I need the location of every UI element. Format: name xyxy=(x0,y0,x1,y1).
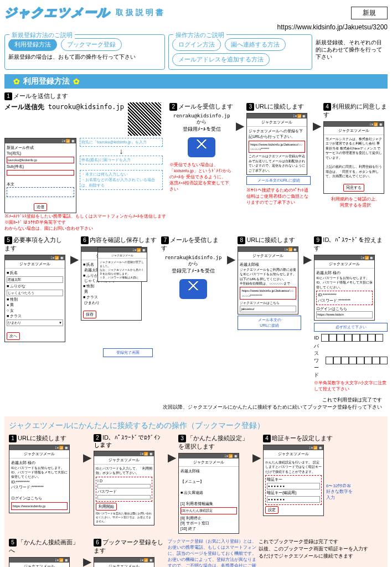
warning: ※園ｺｰﾄﾞ は3ｹﾀの半角英字です わからない場合は、園にお問い合わせ下さい xyxy=(4,219,167,231)
mail-address: touroku@kidsinfo.jp xyxy=(48,103,124,111)
step-5: 5必要事項を入力します ⅰ✕📶 🔲 ジャクエツメール ■ 氏名 若越太郎 ■ ふ… xyxy=(4,236,68,342)
note: から 登録完了ﾒｰﾙを受信 xyxy=(161,260,225,275)
warning: ※ﾒｰﾙｱﾄﾞﾚｽ登録をしたい携帯電話、もしくはスマートフォンからﾒｰﾙを送信し… xyxy=(4,213,167,219)
body-field[interactable] xyxy=(7,187,74,197)
step-title: 利用規約に同意します xyxy=(323,103,387,118)
label: 暗証キー(確認用) xyxy=(267,490,320,496)
qr-code xyxy=(128,102,161,136)
phone-mock: ⅰ✕📶 🔲 ジャクエツメール 当メールシステムは、株式会社ジャクエツが運営できる… xyxy=(323,121,384,194)
menu-item[interactable]: [8] 利用停止 xyxy=(180,516,237,521)
url: https://www.kidsin xyxy=(316,311,373,318)
text: ログインはこちら xyxy=(316,306,373,312)
subject-field[interactable] xyxy=(7,170,74,176)
start-button[interactable]: 利用開始 xyxy=(96,503,117,511)
phone-mock: ⅰ✕📶 🔲 ジャクエツメール かんたん接続設定が完了しました。 下記の「かんたん… xyxy=(9,557,70,567)
set-button[interactable]: 設定 xyxy=(265,506,278,514)
from-addr: renraku@kidsinfo.jp xyxy=(169,113,234,118)
menu-item-selected[interactable]: [3] かんたん接続設定 xyxy=(180,507,237,514)
send-button[interactable]: 送信 xyxy=(34,203,47,211)
url-link[interactable]: https://www.kidsinfo.jp/Jakuetsu/○○○○○○○… xyxy=(249,141,305,153)
label: Sub(件名) xyxy=(7,164,74,169)
warning: ※ｻｲﾄへ接続するためのﾊﾟｹｯﾄ通信料はご使用者様のご負担となりますのでご了承… xyxy=(246,187,311,205)
menu-item[interactable]: [9] サポート窓口 xyxy=(180,520,237,526)
step-title: メールを送信します xyxy=(13,92,68,99)
url-link[interactable]: https://www.kidsinfo.jp/Jakuetsu/○○○○○○/… xyxy=(240,287,296,300)
pill-bookmark[interactable]: ブックマーク登録 xyxy=(61,38,122,51)
id-input[interactable] xyxy=(97,484,151,488)
phone-title: ジャクエツメール xyxy=(94,456,154,465)
step-title: 必要事項を入力します xyxy=(4,236,62,251)
pill-registration[interactable]: 利用登録方法 xyxy=(8,38,57,51)
section-note: 新規登録の場合は、おもて面の操作を行って下さい xyxy=(8,53,161,60)
pw-grid[interactable] xyxy=(326,357,388,364)
pill-login[interactable]: ログイン方法 xyxy=(172,38,221,51)
id-grid[interactable] xyxy=(321,334,383,342)
step-title: 暗証キーを設定します xyxy=(272,435,333,441)
arrow-icon: ▶ xyxy=(70,236,79,266)
phone-mock: ⅰ✕📶 🔲 ジャクエツメール この画面を「ブックマーク」してください。 ※登録し… xyxy=(94,557,154,567)
class-select[interactable]: ひまわり xyxy=(8,321,21,325)
step-title: メールを受信します xyxy=(161,236,219,251)
step-2: 2メールを受信します renraku@kidsinfo.jp から 登録用ﾒｰﾙ… xyxy=(169,102,234,192)
save-button[interactable]: 保存 xyxy=(83,311,96,318)
radio-male[interactable]: 男 xyxy=(10,303,14,307)
step-title: ID、ﾊﾟｽﾜｰﾄﾞでﾛｸﾞｲﾝします xyxy=(94,434,161,449)
pill-contact[interactable]: 園へ連絡する方法 xyxy=(225,38,286,51)
pill-addmail[interactable]: メールアドレスを追加する方法 xyxy=(172,53,270,66)
mail-icon xyxy=(179,279,207,299)
url-link[interactable]: https://www.kidsinfo.jp xyxy=(11,502,68,510)
note: ID/パスワードを忘れた場合は園にお問い合わせください。サポート窓口では、お答え… xyxy=(96,512,152,523)
phone-title: ジャクエツメール xyxy=(314,260,374,269)
badge-new: 新規 xyxy=(351,7,388,19)
name-field[interactable]: 若越太郎 xyxy=(7,276,63,283)
caption: 登録完了画面 xyxy=(103,348,153,357)
user-name: 若越太郎 様の xyxy=(11,460,68,466)
step-title: URLに接続します xyxy=(255,103,304,110)
label: 本文 xyxy=(7,182,74,187)
id-label: ID xyxy=(314,335,319,341)
menu-item[interactable]: ■ 出欠席連絡 xyxy=(180,490,237,496)
note: から 登録用ﾒｰﾙを受信 xyxy=(169,118,234,133)
label: パスワード xyxy=(97,489,151,494)
menu-item[interactable]: [1] 利用者情報編集 xyxy=(180,501,237,507)
section-bar: ✿ 利用登録方法 ✿ xyxy=(4,74,388,89)
bstep-2: 2ID、ﾊﾟｽﾜｰﾄﾞでﾛｸﾞｲﾝします ⅰ✕📶 🔲 ジャクエツメール IDとパ… xyxy=(94,434,166,525)
label: To(宛先) xyxy=(7,151,74,156)
bstep-6: 6ブックマーク登録をします ⅰ✕📶 🔲 ジャクエツメール この画面を「ブックマー… xyxy=(94,538,166,567)
pw-input[interactable] xyxy=(97,495,151,499)
url: jakuetsu/ xyxy=(240,306,296,312)
arrow-icon: ▶ xyxy=(83,434,91,464)
phone-mock: ⅰ✕📶 🔲 ジャクエツメール 若越太郎 様の IDとパスワードをお知らせします。… xyxy=(9,445,70,514)
step-7: 7メールを受信します renraku@kidsinfo.jp から 登録完了ﾒｰ… xyxy=(161,236,225,303)
id: ID:********* xyxy=(11,480,68,485)
step-8: 8URLに接続します ⅰ✕📶 🔲 ジャクエツメール 若越太郎様 ジャクエツメール… xyxy=(238,236,301,330)
bookmark-section: ジャクエツメールにかんたんに接続するための操作（ブックマーク登録） 1URLに接… xyxy=(4,416,388,567)
section-label: 操作方法のご説明 xyxy=(173,31,226,39)
arrow-icon: ▶ xyxy=(313,102,321,132)
radio-female[interactable]: 女 xyxy=(10,308,14,312)
label: ふりがな xyxy=(10,284,25,288)
hint-box: 必ず控えて下さい xyxy=(314,323,388,332)
step-3: 3URLに接続します ⅰ✕📶 🔲 ジャクエツメール ジャクエツメールへの登録を下… xyxy=(246,102,311,205)
menu-item[interactable]: [10] 終了 xyxy=(180,526,237,532)
phone-title: ジャクエツメール xyxy=(264,450,323,458)
bstep-1: 1URLに接続します ⅰ✕📶 🔲 ジャクエツメール 若越太郎 様の IDとパスワ… xyxy=(9,434,81,514)
text: ジャクエツメールへの登録が完了しました。 なお、ジャクエツメールから見のＩＤをお… xyxy=(98,259,147,281)
step-title: メールを受信します xyxy=(178,103,233,110)
agree-button[interactable]: 同意する xyxy=(343,184,364,192)
to-field[interactable]: touroku@kidsinfo.jp xyxy=(7,157,74,163)
label: I D xyxy=(97,478,151,484)
text: IDとパスワードを入力して、「利用開始」ボタンを押して下さい。 xyxy=(96,466,152,476)
user-name: 若越太郎 様の xyxy=(316,270,373,276)
phone-title: ジャクエツメール xyxy=(9,563,69,567)
text: ジャクエツメールはこちら xyxy=(240,301,296,305)
text: ログインはこちら xyxy=(11,496,68,501)
label: 暗証キー xyxy=(267,477,320,482)
bstep-3: 3「かんたん接続設定」を選択します ⅰ✕📶 🔲 ジャクエツメール 若越太郎様 【… xyxy=(178,434,250,534)
phone-title: ジャクエツメール xyxy=(179,458,239,467)
arrow-icon: ▶ xyxy=(303,236,312,266)
text: かんたん接続設定を行います。 設定しますとバスワードではなく暗証キーだけで接続す… xyxy=(265,460,322,474)
arrow-icon: ▶ xyxy=(252,434,261,464)
next-button[interactable]: 次へ xyxy=(7,332,20,340)
kana-field[interactable]: じゃくえつたろう xyxy=(7,290,63,296)
